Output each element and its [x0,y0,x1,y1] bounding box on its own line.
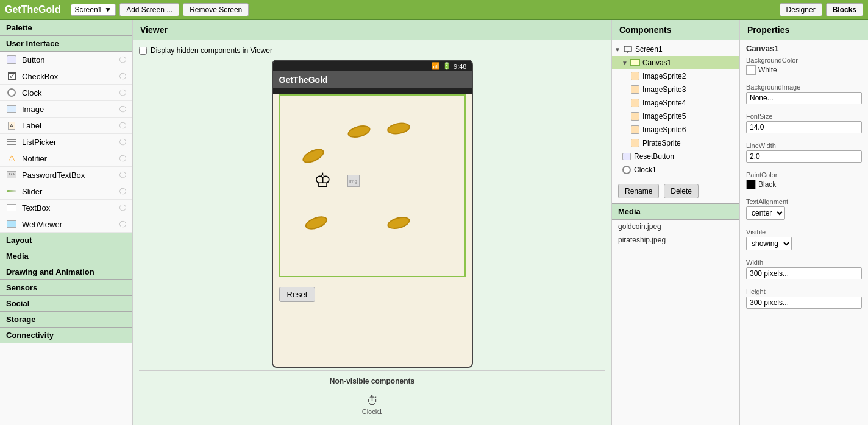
palette-image-label[interactable]: Image [22,105,44,114]
palette-clock-label[interactable]: Clock [22,88,42,97]
comp-piratesprite[interactable]: PirateSprite [612,136,739,150]
section-layout[interactable]: Layout [0,233,132,248]
properties-panel: Properties Canvas1 BackgroundColor White… [740,20,868,425]
palette-checkbox-label[interactable]: CheckBox [22,72,58,81]
width-input[interactable] [746,267,862,279]
section-connectivity[interactable]: Connectivity [0,328,132,343]
clock-info-icon[interactable]: ⓘ [119,88,126,97]
textalignment-select[interactable]: left center right [746,206,785,220]
textbox-icon [6,202,17,213]
properties-header: Properties [740,20,868,40]
checkbox-info-icon[interactable]: ⓘ [119,72,126,81]
canvas-area[interactable]: ♔ img [279,94,466,277]
component-tree: ▼ Screen1 ▼ Canvas1 ImageSprite2 ImageS [612,40,739,179]
piratesprite-icon [630,138,640,148]
battery-icon: 🔋 [443,62,451,70]
prop-bgcolor-label: BackgroundColor [746,57,862,64]
comp-imagesprite2[interactable]: ImageSprite2 [612,69,739,83]
app-title: GetTheGold [5,4,61,15]
listpicker-info-icon[interactable]: ⓘ [119,138,126,147]
reset-button[interactable]: Reset [279,287,316,302]
prop-textalignment-label: TextAlignment [746,198,862,205]
linewidth-input[interactable] [746,150,862,163]
comp-screen1[interactable]: ▼ Screen1 [612,43,739,56]
palette-textbox-label[interactable]: TextBox [22,203,50,212]
comp-imagesprite3[interactable]: ImageSprite3 [612,83,739,96]
comp-clock1[interactable]: Clock1 [612,163,739,177]
hidden-components-label: Display hidden components in Viewer [151,46,272,55]
section-social[interactable]: Social [0,296,132,312]
palette-webviewer-label[interactable]: WebViewer [22,220,62,229]
section-drawing-animation[interactable]: Drawing and Animation [0,264,132,280]
comp-imagesprite6[interactable]: ImageSprite6 [612,123,739,136]
palette-item-webviewer: WebViewer ⓘ [0,216,132,233]
prop-bgcolor: BackgroundColor White [740,57,868,83]
time-display: 9:48 [454,63,466,70]
screen1-label: Screen1 [635,45,663,54]
comp-canvas1[interactable]: ▼ Canvas1 [612,56,739,69]
comp-imagesprite4[interactable]: ImageSprite4 [612,96,739,110]
palette-item-textbox: TextBox ⓘ [0,200,132,216]
palette-label-label[interactable]: Label [22,121,41,130]
section-user-interface[interactable]: User Interface [0,36,132,52]
view-toggle: Designer Blocks [780,3,863,16]
rename-button[interactable]: Rename [618,184,659,198]
palette-slider-label[interactable]: Slider [22,187,42,196]
palette-item-label: A Label ⓘ [0,118,132,134]
prop-visible-label: Visible [746,228,862,236]
designer-button[interactable]: Designer [780,3,822,16]
palette-passwordtextbox-label[interactable]: PasswordTextBox [22,170,85,180]
label-icon: A [6,120,17,131]
main-layout: Palette User Interface Button ⓘ CheckBox… [0,20,868,425]
palette-header: Palette [0,20,132,36]
section-storage[interactable]: Storage [0,312,132,328]
bgcolor-swatch[interactable] [746,65,756,75]
prop-textalignment: TextAlignment left center right [740,198,868,228]
delete-button[interactable]: Delete [664,184,699,198]
screen-selector[interactable]: Screen1 ▼ [71,4,116,16]
password-info-icon[interactable]: ⓘ [119,170,126,180]
prop-fontsize-label: FontSize [746,113,862,120]
button-info-icon[interactable]: ⓘ [119,55,126,65]
comp-actions: Rename Delete [612,179,739,203]
phone-frame: 📶 🔋 9:48 GetTheGold ♔ [272,60,473,368]
notifier-icon: ⚠ [6,153,17,164]
imagesprite3-label: ImageSprite3 [642,85,686,94]
screen1-toggle[interactable]: ▼ [614,46,621,53]
comp-imagesprite5[interactable]: ImageSprite5 [612,110,739,123]
webviewer-icon [6,219,17,230]
section-sensors[interactable]: Sensors [0,280,132,296]
section-media[interactable]: Media [0,248,132,264]
palette-notifier-label[interactable]: Notifier [22,154,47,163]
canvas1-toggle[interactable]: ▼ [622,60,628,66]
blocks-button[interactable]: Blocks [826,3,863,16]
paintcolor-swatch[interactable] [746,180,756,189]
notifier-info-icon[interactable]: ⓘ [119,154,126,163]
prop-linewidth-label: LineWidth [746,142,862,149]
hidden-components-checkbox[interactable] [139,47,147,55]
listpicker-icon [6,136,17,147]
fontsize-input[interactable] [746,121,862,133]
textbox-info-icon[interactable]: ⓘ [119,203,126,212]
image-info-icon[interactable]: ⓘ [119,105,126,114]
palette-listpicker-label[interactable]: ListPicker [22,138,56,147]
visible-select[interactable]: showing hidden [746,237,792,250]
slider-info-icon[interactable]: ⓘ [119,187,126,196]
password-icon: *** [6,169,17,180]
prop-width-value [746,267,862,279]
phone-app-bar: GetTheGold [273,71,472,88]
imagesprite2-label: ImageSprite2 [642,72,686,80]
imagesprite6-label: ImageSprite6 [642,125,686,134]
palette-button-label[interactable]: Button [22,55,45,65]
label-info-icon[interactable]: ⓘ [119,121,126,130]
properties-component-title: Canvas1 [740,40,868,57]
add-screen-button[interactable]: Add Screen ... [119,3,179,16]
comp-resetbutton[interactable]: ResetButton [612,150,739,163]
height-input[interactable] [746,297,862,309]
webviewer-info-icon[interactable]: ⓘ [119,220,126,229]
palette-item-image: Image ⓘ [0,101,132,118]
remove-screen-button[interactable]: Remove Screen [183,3,249,16]
clock1-label: Clock1 [362,408,383,415]
bgimage-input[interactable] [746,92,862,104]
svg-rect-0 [624,46,631,52]
